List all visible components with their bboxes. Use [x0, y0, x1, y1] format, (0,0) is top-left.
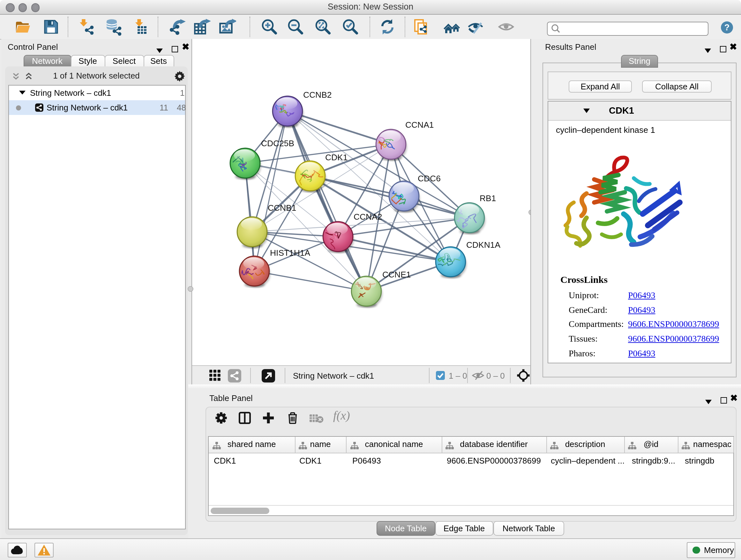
svg-text:HIST1H1A: HIST1H1A — [270, 248, 311, 258]
svg-text:CCNA1: CCNA1 — [405, 120, 434, 130]
svg-text:CCNB2: CCNB2 — [303, 90, 332, 100]
svg-text:CCNB1: CCNB1 — [268, 203, 296, 212]
svg-text:CDK1: CDK1 — [325, 152, 347, 162]
svg-text:CDKN1A: CDKN1A — [466, 240, 500, 250]
svg-text:CCNE1: CCNE1 — [382, 270, 411, 279]
svg-text:CDC6: CDC6 — [418, 174, 441, 183]
svg-text:?: ? — [724, 23, 730, 32]
svg-text:CDC25B: CDC25B — [261, 138, 294, 148]
svg-text:CCNA2: CCNA2 — [354, 212, 382, 222]
svg-text:RB1: RB1 — [480, 193, 496, 203]
